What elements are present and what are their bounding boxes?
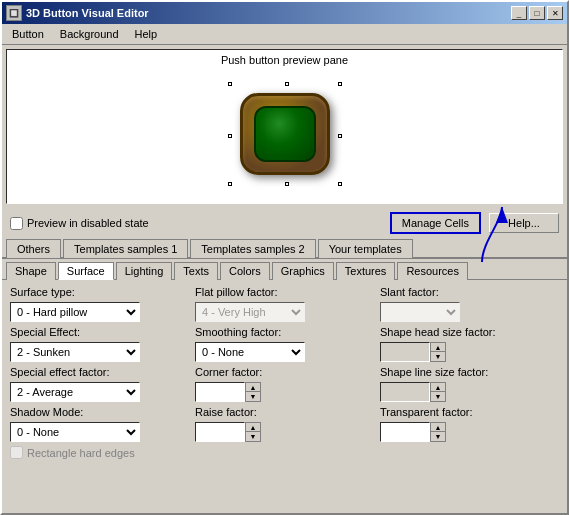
shape-head-input-group: 50 ▲ ▼ (380, 342, 559, 362)
menu-background[interactable]: Background (54, 26, 125, 42)
tab-textures[interactable]: Textures (336, 262, 396, 280)
close-button[interactable]: ✕ (547, 6, 563, 20)
special-effect-select[interactable]: 0 - None1 - Raised2 - Sunken (10, 342, 140, 362)
preview-label: Push button preview pane (221, 54, 348, 66)
corner-spinner-btns: ▲ ▼ (245, 382, 261, 402)
smoothing-select[interactable]: 0 - None1 - Low2 - Medium (195, 342, 305, 362)
sef-input-group: 1 - Low2 - Average3 - High (10, 382, 189, 402)
shape-line-spinner: 50 ▲ ▼ (380, 382, 559, 402)
help-button[interactable]: Help... (489, 213, 559, 233)
shape-head-input[interactable]: 50 (380, 342, 430, 362)
tab-texts[interactable]: Texts (174, 262, 218, 280)
window-title: 3D Button Visual Editor (26, 7, 507, 19)
shape-head-spin-down[interactable]: ▼ (431, 352, 445, 361)
raise-spinner-btns: ▲ ▼ (245, 422, 261, 442)
tab-others[interactable]: Others (6, 239, 61, 258)
rectangle-hard-checkbox[interactable] (10, 446, 23, 459)
shadow-select[interactable]: 0 - None1 - Light2 - Heavy (10, 422, 140, 442)
slant-select[interactable]: 1 - Very Low2 - Low3 - Medium4 - High (380, 302, 460, 322)
flat-pillow-label: Flat pillow factor: (195, 286, 374, 298)
transparent-input-group: 0 ▲ ▼ (380, 422, 559, 442)
slant-label: Slant factor: (380, 286, 559, 298)
smoothing-group: Smoothing factor: (195, 326, 374, 338)
tab-your-templates[interactable]: Your templates (318, 239, 413, 258)
flat-pillow-group: Flat pillow factor: (195, 286, 374, 298)
slant-input-group: 1 - Very Low2 - Low3 - Medium4 - High (380, 302, 559, 322)
rectangle-row: Rectangle hard edges (10, 446, 559, 459)
preview-area: Push button preview pane (6, 49, 563, 204)
form-row-3: Special effect factor: Corner factor: Sh… (10, 366, 559, 378)
tab-shape[interactable]: Shape (6, 262, 56, 280)
corner-spin-down[interactable]: ▼ (246, 392, 260, 401)
tab-templates2[interactable]: Templates samples 2 (190, 239, 315, 258)
transparent-spinner: 0 ▲ ▼ (380, 422, 559, 442)
form-row-2: Special Effect: Smoothing factor: Shape … (10, 326, 559, 338)
raise-input[interactable]: 1 (195, 422, 245, 442)
flat-pillow-input-group: 1 - Very Low2 - Low3 - Medium4 - Very Hi… (195, 302, 374, 322)
button-preview (235, 89, 335, 179)
transparent-input[interactable]: 0 (380, 422, 430, 442)
corner-input[interactable]: 60 (195, 382, 245, 402)
3d-button-preview (240, 93, 330, 175)
shape-head-spinner: 50 ▲ ▼ (380, 342, 559, 362)
form-row-3-inputs: 1 - Low2 - Average3 - High 60 ▲ ▼ 50 ▲ ▼ (10, 382, 559, 402)
surface-type-select[interactable]: 0 - Hard pillow1 - Soft pillow2 - Flat (10, 302, 140, 322)
menu-help[interactable]: Help (129, 26, 164, 42)
main-tabs: Others Templates samples 1 Templates sam… (2, 238, 567, 259)
special-effect-label: Special Effect: (10, 326, 189, 338)
form-row-4-inputs: 0 - None1 - Light2 - Heavy 1 ▲ ▼ 0 ▲ ▼ (10, 422, 559, 442)
corner-spinner: 60 ▲ ▼ (195, 382, 374, 402)
corner-label: Corner factor: (195, 366, 374, 378)
manage-cells-button[interactable]: Manage Cells (390, 212, 481, 234)
sef-group: Special effect factor: (10, 366, 189, 378)
transparent-spinner-btns: ▲ ▼ (430, 422, 446, 442)
shape-line-spin-down[interactable]: ▼ (431, 392, 445, 401)
maximize-button[interactable]: □ (529, 6, 545, 20)
raise-spin-up[interactable]: ▲ (246, 423, 260, 432)
corner-spin-up[interactable]: ▲ (246, 383, 260, 392)
shape-line-input[interactable]: 50 (380, 382, 430, 402)
rectangle-hard-text: Rectangle hard edges (27, 447, 135, 459)
tab-graphics[interactable]: Graphics (272, 262, 334, 280)
preview-disabled-checkbox[interactable] (10, 217, 23, 230)
tab-resources[interactable]: Resources (397, 262, 468, 280)
menu-button[interactable]: Button (6, 26, 50, 42)
preview-disabled-checkbox-label[interactable]: Preview in disabled state (10, 217, 149, 230)
transparent-spin-down[interactable]: ▼ (431, 432, 445, 441)
rectangle-hard-label[interactable]: Rectangle hard edges (10, 446, 559, 459)
transparent-group: Transparent factor: (380, 406, 559, 418)
raise-input-group: 1 ▲ ▼ (195, 422, 374, 442)
tab-colors[interactable]: Colors (220, 262, 270, 280)
shape-line-input-group: 50 ▲ ▼ (380, 382, 559, 402)
corner-input-group: 60 ▲ ▼ (195, 382, 374, 402)
shape-head-spin-up[interactable]: ▲ (431, 343, 445, 352)
tab-templates1[interactable]: Templates samples 1 (63, 239, 188, 258)
minimize-button[interactable]: _ (511, 6, 527, 20)
content-area: Surface type: Flat pillow factor: Slant … (2, 280, 567, 465)
shape-head-label: Shape head size factor: (380, 326, 559, 338)
tab-lighting[interactable]: Lighting (116, 262, 173, 280)
sef-select[interactable]: 1 - Low2 - Average3 - High (10, 382, 140, 402)
tab-surface[interactable]: Surface (58, 262, 114, 280)
smoothing-input-group: 0 - None1 - Low2 - Medium (195, 342, 374, 362)
corner-group: Corner factor: (195, 366, 374, 378)
preview-disabled-label: Preview in disabled state (27, 217, 149, 229)
menu-bar: Button Background Help (2, 24, 567, 45)
secondary-tabs: Shape Surface Lighting Texts Colors Grap… (2, 259, 567, 280)
smoothing-label: Smoothing factor: (195, 326, 374, 338)
raise-spin-down[interactable]: ▼ (246, 432, 260, 441)
shape-line-spin-up[interactable]: ▲ (431, 383, 445, 392)
main-window: 🔲 3D Button Visual Editor _ □ ✕ Button B… (0, 0, 569, 515)
window-controls: _ □ ✕ (511, 6, 563, 20)
transparent-label: Transparent factor: (380, 406, 559, 418)
surface-type-input-group: 0 - Hard pillow1 - Soft pillow2 - Flat (10, 302, 189, 322)
transparent-spin-up[interactable]: ▲ (431, 423, 445, 432)
shape-line-spinner-btns: ▲ ▼ (430, 382, 446, 402)
shape-line-label: Shape line size factor: (380, 366, 559, 378)
shadow-input-group: 0 - None1 - Light2 - Heavy (10, 422, 189, 442)
flat-pillow-select[interactable]: 1 - Very Low2 - Low3 - Medium4 - Very Hi… (195, 302, 305, 322)
raise-label: Raise factor: (195, 406, 374, 418)
form-row-4: Shadow Mode: Raise factor: Transparent f… (10, 406, 559, 418)
surface-type-group: Surface type: (10, 286, 189, 298)
raise-group: Raise factor: (195, 406, 374, 418)
